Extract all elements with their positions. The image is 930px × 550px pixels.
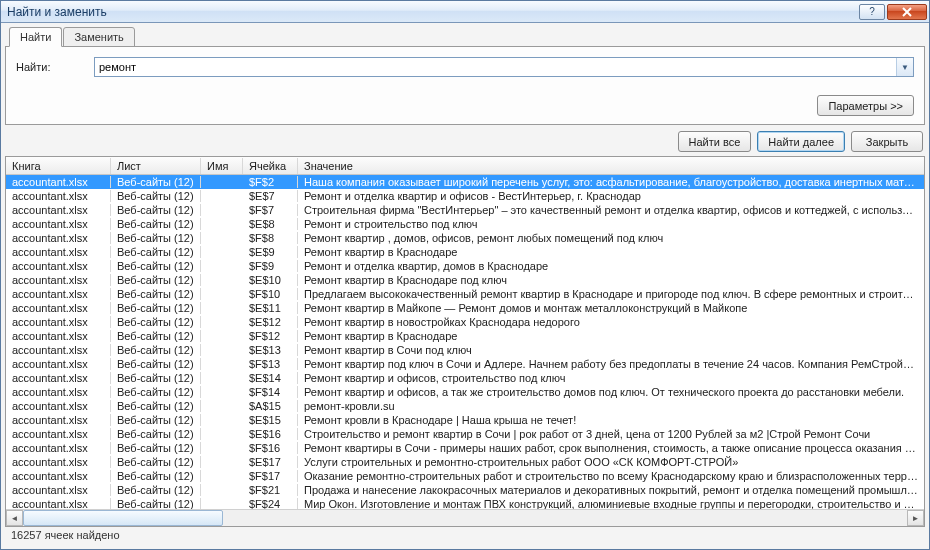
table-row[interactable]: accountant.xlsxВеб-сайты (12)$E$16Строит… bbox=[6, 427, 924, 441]
cell: Предлагаем высококачественный ремонт ква… bbox=[298, 288, 924, 300]
col-book[interactable]: Книга bbox=[6, 158, 111, 174]
cell: Веб-сайты (12) bbox=[111, 232, 201, 244]
cell: Наша компания оказывает широкий перечень… bbox=[298, 176, 924, 188]
window-buttons: ? bbox=[859, 4, 927, 20]
table-row[interactable]: accountant.xlsxВеб-сайты (12)$A$15ремонт… bbox=[6, 399, 924, 413]
table-row[interactable]: accountant.xlsxВеб-сайты (12)$E$8Ремонт … bbox=[6, 217, 924, 231]
scroll-thumb[interactable] bbox=[23, 510, 223, 526]
cell: $F$13 bbox=[243, 358, 298, 370]
cell: Веб-сайты (12) bbox=[111, 176, 201, 188]
cell: $E$16 bbox=[243, 428, 298, 440]
cell: Веб-сайты (12) bbox=[111, 358, 201, 370]
cell: Веб-сайты (12) bbox=[111, 456, 201, 468]
cell: Ремонт квартир в новостройках Краснодара… bbox=[298, 316, 924, 328]
table-row[interactable]: accountant.xlsxВеб-сайты (12)$F$13Ремонт… bbox=[6, 357, 924, 371]
cell: accountant.xlsx bbox=[6, 428, 111, 440]
close-button[interactable]: Закрыть bbox=[851, 131, 923, 152]
find-all-button[interactable]: Найти все bbox=[678, 131, 752, 152]
cell: accountant.xlsx bbox=[6, 302, 111, 314]
cell: accountant.xlsx bbox=[6, 386, 111, 398]
cell: $E$11 bbox=[243, 302, 298, 314]
cell: $F$10 bbox=[243, 288, 298, 300]
cell: $E$14 bbox=[243, 372, 298, 384]
cell: $E$7 bbox=[243, 190, 298, 202]
scroll-left-button[interactable]: ◄ bbox=[6, 510, 23, 526]
cell: Услуги строительных и ремонтно-строитель… bbox=[298, 456, 924, 468]
table-row[interactable]: accountant.xlsxВеб-сайты (12)$E$15Ремонт… bbox=[6, 413, 924, 427]
table-row[interactable]: accountant.xlsxВеб-сайты (12)$F$17Оказан… bbox=[6, 469, 924, 483]
cell: Строительство и ремонт квартир в Сочи | … bbox=[298, 428, 924, 440]
cell: Ремонт квартир в Майкопе — Ремонт домов … bbox=[298, 302, 924, 314]
table-row[interactable]: accountant.xlsxВеб-сайты (12)$F$7Строите… bbox=[6, 203, 924, 217]
cell: Веб-сайты (12) bbox=[111, 288, 201, 300]
find-next-button[interactable]: Найти далее bbox=[757, 131, 845, 152]
table-row[interactable]: accountant.xlsxВеб-сайты (12)$F$2Наша ко… bbox=[6, 175, 924, 189]
cell: Ремонт квартир и офисов, строительство п… bbox=[298, 372, 924, 384]
cell: accountant.xlsx bbox=[6, 330, 111, 342]
cell: $F$24 bbox=[243, 498, 298, 509]
col-cell[interactable]: Ячейка bbox=[243, 158, 298, 174]
cell: Ремонт квартиры в Сочи - примеры наших р… bbox=[298, 442, 924, 454]
col-value[interactable]: Значение bbox=[298, 158, 924, 174]
find-dropdown-button[interactable]: ▼ bbox=[896, 58, 913, 76]
table-row[interactable]: accountant.xlsxВеб-сайты (12)$E$7Ремонт … bbox=[6, 189, 924, 203]
find-row: Найти: ▼ bbox=[16, 57, 914, 77]
cell: Веб-сайты (12) bbox=[111, 190, 201, 202]
table-row[interactable]: accountant.xlsxВеб-сайты (12)$E$10Ремонт… bbox=[6, 273, 924, 287]
cell: accountant.xlsx bbox=[6, 288, 111, 300]
cell: accountant.xlsx bbox=[6, 246, 111, 258]
cell: accountant.xlsx bbox=[6, 400, 111, 412]
col-name[interactable]: Имя bbox=[201, 158, 243, 174]
table-row[interactable]: accountant.xlsxВеб-сайты (12)$F$21Продаж… bbox=[6, 483, 924, 497]
table-row[interactable]: accountant.xlsxВеб-сайты (12)$E$11Ремонт… bbox=[6, 301, 924, 315]
cell: $F$12 bbox=[243, 330, 298, 342]
tab-replace[interactable]: Заменить bbox=[63, 27, 134, 47]
options-bar: Параметры >> bbox=[16, 95, 914, 116]
cell: $F$17 bbox=[243, 470, 298, 482]
cell: accountant.xlsx bbox=[6, 358, 111, 370]
table-row[interactable]: accountant.xlsxВеб-сайты (12)$E$12Ремонт… bbox=[6, 315, 924, 329]
scroll-track[interactable] bbox=[23, 510, 907, 526]
cell: $E$17 bbox=[243, 456, 298, 468]
table-row[interactable]: accountant.xlsxВеб-сайты (12)$E$17Услуги… bbox=[6, 455, 924, 469]
table-row[interactable]: accountant.xlsxВеб-сайты (12)$F$8Ремонт … bbox=[6, 231, 924, 245]
close-window-button[interactable] bbox=[887, 4, 927, 20]
help-button[interactable]: ? bbox=[859, 4, 885, 20]
table-row[interactable]: accountant.xlsxВеб-сайты (12)$F$24Мир Ок… bbox=[6, 497, 924, 509]
tab-find[interactable]: Найти bbox=[9, 27, 62, 47]
cell: $F$7 bbox=[243, 204, 298, 216]
table-row[interactable]: accountant.xlsxВеб-сайты (12)$F$9Ремонт … bbox=[6, 259, 924, 273]
cell: accountant.xlsx bbox=[6, 470, 111, 482]
cell: Ремонт квартир под ключ в Сочи и Адлере.… bbox=[298, 358, 924, 370]
cell: Веб-сайты (12) bbox=[111, 302, 201, 314]
dialog-window: Найти и заменить ? Найти Заменить Найти:… bbox=[0, 0, 930, 550]
cell: Ремонт квартир в Краснодаре bbox=[298, 330, 924, 342]
table-row[interactable]: accountant.xlsxВеб-сайты (12)$E$14Ремонт… bbox=[6, 371, 924, 385]
cell: Веб-сайты (12) bbox=[111, 260, 201, 272]
cell: Веб-сайты (12) bbox=[111, 204, 201, 216]
options-button[interactable]: Параметры >> bbox=[817, 95, 914, 116]
cell: Веб-сайты (12) bbox=[111, 218, 201, 230]
table-row[interactable]: accountant.xlsxВеб-сайты (12)$F$16Ремонт… bbox=[6, 441, 924, 455]
find-input[interactable] bbox=[95, 58, 896, 76]
tab-strip: Найти Заменить bbox=[5, 27, 925, 47]
cell: accountant.xlsx bbox=[6, 372, 111, 384]
cell: ремонт-кровли.su bbox=[298, 400, 924, 412]
cell: $F$9 bbox=[243, 260, 298, 272]
horizontal-scrollbar[interactable]: ◄ ► bbox=[6, 509, 924, 526]
cell: $E$12 bbox=[243, 316, 298, 328]
table-row[interactable]: accountant.xlsxВеб-сайты (12)$F$14Ремонт… bbox=[6, 385, 924, 399]
table-row[interactable]: accountant.xlsxВеб-сайты (12)$E$9Ремонт … bbox=[6, 245, 924, 259]
cell: Ремонт и строительство под ключ bbox=[298, 218, 924, 230]
table-row[interactable]: accountant.xlsxВеб-сайты (12)$F$12Ремонт… bbox=[6, 329, 924, 343]
cell: Веб-сайты (12) bbox=[111, 400, 201, 412]
table-row[interactable]: accountant.xlsxВеб-сайты (12)$F$10Предла… bbox=[6, 287, 924, 301]
cell: Мир Окон. Изготовление и монтаж ПВХ конс… bbox=[298, 498, 924, 509]
scroll-right-button[interactable]: ► bbox=[907, 510, 924, 526]
table-row[interactable]: accountant.xlsxВеб-сайты (12)$E$13Ремонт… bbox=[6, 343, 924, 357]
window-title: Найти и заменить bbox=[7, 5, 859, 19]
cell: accountant.xlsx bbox=[6, 344, 111, 356]
col-sheet[interactable]: Лист bbox=[111, 158, 201, 174]
cell: Веб-сайты (12) bbox=[111, 316, 201, 328]
cell: Веб-сайты (12) bbox=[111, 470, 201, 482]
